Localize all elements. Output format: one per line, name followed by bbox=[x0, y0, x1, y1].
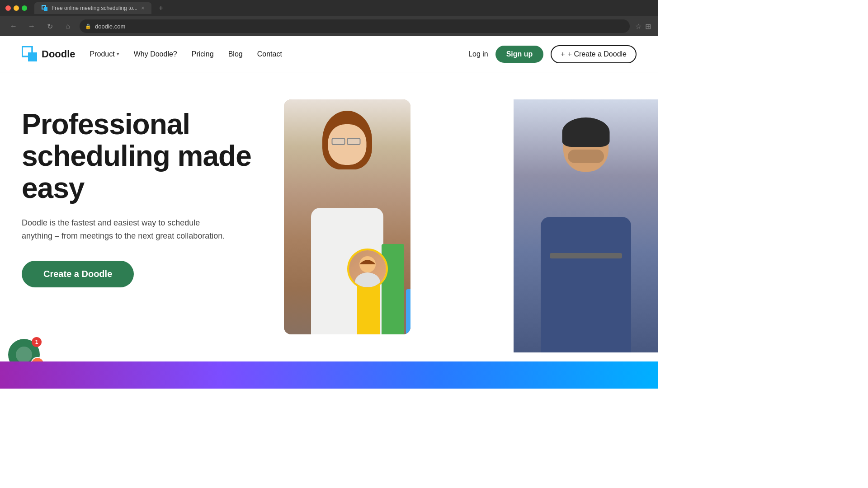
minimize-window-button[interactable] bbox=[14, 5, 19, 11]
login-button[interactable]: Log in bbox=[468, 50, 488, 58]
svg-rect-1 bbox=[44, 7, 47, 11]
avatar-woman-small bbox=[347, 249, 388, 289]
hero-photo-woman: ✓ bbox=[284, 99, 410, 334]
woman-face bbox=[328, 124, 367, 165]
create-doodle-header-button[interactable]: + + Create a Doodle bbox=[551, 45, 637, 63]
back-button[interactable]: ← bbox=[7, 20, 20, 33]
svg-point-5 bbox=[355, 272, 380, 287]
notif-inner-circle bbox=[16, 347, 32, 361]
nav-why-doodle[interactable]: Why Doodle? bbox=[134, 50, 177, 58]
logo-icon bbox=[22, 46, 38, 62]
navbar-right: Log in Sign up + + Create a Doodle bbox=[468, 45, 637, 63]
address-url: doodle.com bbox=[95, 23, 125, 30]
footer-gradient-bar bbox=[0, 361, 658, 389]
address-bar[interactable]: 🔒 doodle.com bbox=[80, 19, 630, 33]
new-tab-button[interactable]: + bbox=[155, 2, 166, 14]
photo-woman-background: ✓ bbox=[284, 99, 410, 334]
browser-toolbar-icons: ☆ ⊞ bbox=[635, 22, 651, 31]
tab-title: Free online meeting scheduling to... bbox=[52, 5, 137, 11]
woman-glasses bbox=[331, 138, 363, 145]
close-window-button[interactable] bbox=[5, 5, 11, 11]
bar-blue bbox=[406, 289, 410, 334]
maximize-window-button[interactable] bbox=[22, 5, 27, 11]
nav-contact-label: Contact bbox=[257, 50, 282, 58]
notification-badge: 1 bbox=[32, 337, 42, 347]
nav-links: Product ▾ Why Doodle? Pricing Blog Conta… bbox=[90, 50, 282, 58]
secure-icon: 🔒 bbox=[85, 23, 91, 29]
hero-subtitle: Doodle is the fastest and easiest way to… bbox=[22, 216, 230, 243]
extensions-button[interactable]: ⊞ bbox=[645, 22, 651, 31]
hero-images: ✓ bbox=[284, 99, 637, 361]
photo-man-background bbox=[514, 99, 658, 352]
hero-title: Professional scheduling made easy bbox=[22, 108, 257, 204]
tab-close-button[interactable]: × bbox=[141, 5, 144, 11]
navbar: Doodle Product ▾ Why Doodle? Pricing Blo… bbox=[0, 36, 658, 72]
svg-rect-3 bbox=[28, 52, 37, 61]
hero-section: Professional scheduling made easy Doodle… bbox=[0, 72, 658, 361]
chevron-down-icon: ▾ bbox=[117, 51, 119, 57]
create-doodle-header-label: + Create a Doodle bbox=[568, 50, 627, 58]
man-hair bbox=[562, 117, 610, 147]
nav-pricing[interactable]: Pricing bbox=[192, 50, 214, 58]
browser-address-row: ← → ↻ ⌂ 🔒 doodle.com ☆ ⊞ bbox=[0, 16, 658, 36]
bookmark-button[interactable]: ☆ bbox=[635, 22, 642, 31]
nav-product-label: Product bbox=[90, 50, 115, 58]
man-body bbox=[541, 217, 631, 352]
website-content: Doodle Product ▾ Why Doodle? Pricing Blo… bbox=[0, 36, 658, 389]
browser-chrome: Free online meeting scheduling to... × + bbox=[0, 0, 658, 16]
hero-content: Professional scheduling made easy Doodle… bbox=[22, 99, 257, 361]
tab-favicon-icon bbox=[42, 5, 48, 11]
home-button[interactable]: ⌂ bbox=[61, 20, 74, 33]
browser-window-controls bbox=[5, 5, 27, 11]
forward-button[interactable]: → bbox=[25, 20, 38, 33]
man-mouth-area bbox=[568, 150, 604, 163]
nav-why-doodle-label: Why Doodle? bbox=[134, 50, 177, 58]
browser-tab[interactable]: Free online meeting scheduling to... × bbox=[34, 2, 151, 14]
signup-button[interactable]: Sign up bbox=[495, 46, 544, 63]
bar-green bbox=[382, 244, 404, 334]
notification-bubble: 1 bbox=[8, 339, 40, 361]
nav-pricing-label: Pricing bbox=[192, 50, 214, 58]
logo-text: Doodle bbox=[42, 48, 75, 60]
hero-photo-man bbox=[514, 99, 658, 352]
avatar-woman-face bbox=[349, 250, 386, 287]
plus-icon: + bbox=[561, 50, 565, 58]
logo[interactable]: Doodle bbox=[22, 46, 75, 62]
refresh-button[interactable]: ↻ bbox=[43, 20, 56, 33]
create-doodle-hero-button[interactable]: Create a Doodle bbox=[22, 261, 134, 287]
nav-blog[interactable]: Blog bbox=[228, 50, 243, 58]
laptop-screen bbox=[550, 253, 622, 258]
nav-contact[interactable]: Contact bbox=[257, 50, 282, 58]
nav-product[interactable]: Product ▾ bbox=[90, 50, 119, 58]
nav-blog-label: Blog bbox=[228, 50, 243, 58]
